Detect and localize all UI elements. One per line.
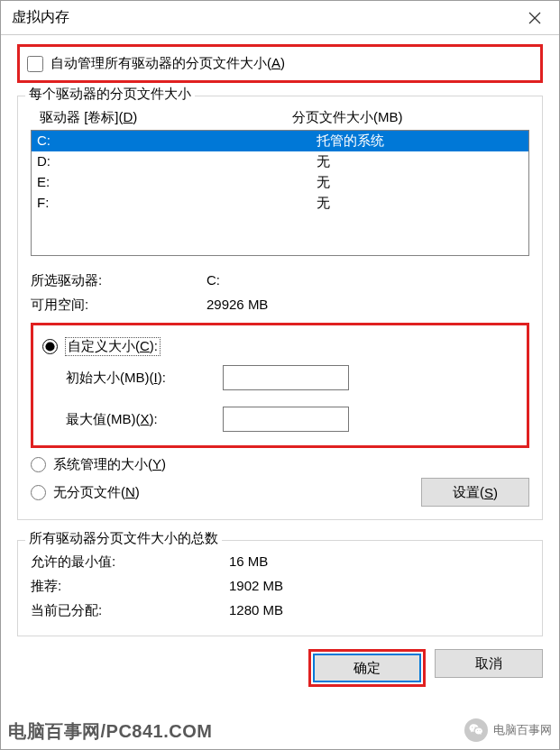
min-allowed-row: 允许的最小值: 16 MB bbox=[31, 550, 529, 574]
drive-paging: 无 bbox=[317, 174, 523, 191]
virtual-memory-dialog: 虚拟内存 自动管理所有驱动器的分页文件大小(A) 每个驱动器的分页文件大小 驱动… bbox=[0, 0, 560, 750]
auto-manage-highlight: 自动管理所有驱动器的分页文件大小(A) bbox=[17, 44, 543, 83]
watermark-left: 电脑百事网/PC841.COM bbox=[8, 719, 212, 744]
drive-name: C: bbox=[37, 133, 317, 150]
dialog-button-row: 确定 取消 bbox=[1, 636, 559, 700]
max-size-input[interactable] bbox=[223, 407, 349, 432]
no-paging-label: 无分页文件(N) bbox=[53, 484, 140, 501]
system-managed-radio[interactable] bbox=[31, 457, 46, 472]
auto-manage-label: 自动管理所有驱动器的分页文件大小(A) bbox=[50, 55, 285, 72]
set-button[interactable]: 设置(S) bbox=[421, 478, 529, 507]
ok-button[interactable]: 确定 bbox=[313, 654, 421, 682]
custom-size-highlight: 自定义大小(C): 初始大小(MB)(I): 最大值(MB)(X): bbox=[31, 323, 529, 448]
per-drive-legend: 每个驱动器的分页文件大小 bbox=[25, 86, 195, 103]
custom-size-radio[interactable] bbox=[42, 339, 58, 354]
window-title: 虚拟内存 bbox=[12, 8, 69, 27]
drive-name: F: bbox=[37, 195, 317, 212]
drive-row[interactable]: C: 托管的系统 bbox=[32, 131, 528, 151]
drive-name: D: bbox=[37, 153, 317, 170]
totals-groupbox: 所有驱动器分页文件大小的总数 允许的最小值: 16 MB 推荐: 1902 MB… bbox=[17, 540, 543, 636]
per-drive-groupbox: 每个驱动器的分页文件大小 驱动器 [卷标](D) 分页文件大小(MB) C: 托… bbox=[17, 96, 543, 520]
drive-paging: 托管的系统 bbox=[317, 133, 523, 150]
drive-row[interactable]: E: 无 bbox=[32, 172, 528, 193]
custom-size-label: 自定义大小(C): bbox=[65, 337, 161, 356]
system-managed-row: 系统管理的大小(Y) bbox=[31, 452, 529, 478]
initial-size-input[interactable] bbox=[223, 365, 349, 390]
no-paging-radio[interactable] bbox=[31, 485, 46, 500]
selected-drive-row: 所选驱动器: C: bbox=[31, 269, 529, 293]
drive-row[interactable]: D: 无 bbox=[32, 151, 528, 172]
close-icon bbox=[528, 12, 541, 24]
header-drive: 驱动器 [卷标](D) bbox=[40, 109, 292, 126]
auto-manage-checkbox[interactable] bbox=[27, 56, 43, 72]
no-paging-row: 无分页文件(N) bbox=[31, 480, 140, 506]
initial-size-row: 初始大小(MB)(I): bbox=[42, 361, 518, 395]
max-size-row: 最大值(MB)(X): bbox=[42, 402, 518, 436]
drive-name: E: bbox=[37, 174, 317, 191]
drive-paging: 无 bbox=[317, 195, 523, 212]
recommended-row: 推荐: 1902 MB bbox=[31, 574, 529, 599]
initial-size-label: 初始大小(MB)(I): bbox=[66, 370, 223, 387]
system-managed-label: 系统管理的大小(Y) bbox=[53, 456, 166, 473]
header-paging: 分页文件大小(MB) bbox=[292, 109, 529, 126]
close-button[interactable] bbox=[510, 1, 559, 35]
max-size-label: 最大值(MB)(X): bbox=[66, 411, 223, 428]
cancel-button[interactable]: 取消 bbox=[435, 649, 543, 678]
currently-allocated-row: 当前已分配: 1280 MB bbox=[31, 599, 529, 623]
watermark-right-text: 电脑百事网 bbox=[493, 722, 552, 738]
wechat-icon bbox=[464, 718, 488, 742]
ok-highlight: 确定 bbox=[308, 649, 426, 687]
drive-row[interactable]: F: 无 bbox=[32, 193, 528, 214]
titlebar: 虚拟内存 bbox=[1, 1, 559, 35]
drive-paging: 无 bbox=[317, 153, 523, 170]
custom-size-radio-row: 自定义大小(C): bbox=[42, 333, 518, 361]
drive-list[interactable]: C: 托管的系统 D: 无 E: 无 F: 无 bbox=[31, 130, 529, 256]
drive-list-header: 驱动器 [卷标](D) 分页文件大小(MB) bbox=[31, 105, 529, 130]
available-space-row: 可用空间: 29926 MB bbox=[31, 293, 529, 317]
watermark-right: 电脑百事网 bbox=[464, 718, 552, 742]
totals-legend: 所有驱动器分页文件大小的总数 bbox=[25, 530, 222, 547]
